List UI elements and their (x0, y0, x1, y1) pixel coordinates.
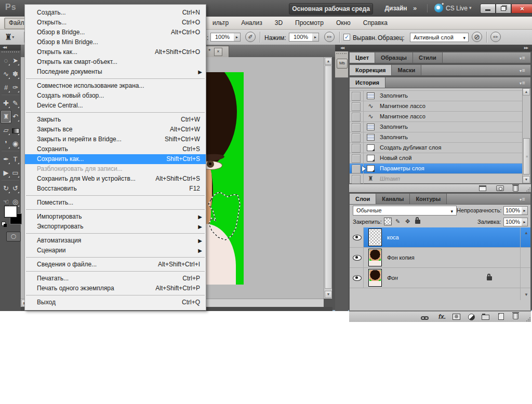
delete-state-icon[interactable] (513, 185, 518, 192)
scroll-down-icon[interactable]: ▼ (325, 291, 332, 298)
file-menu-item[interactable]: Сохранить для Web и устройств...Alt+Shif… (25, 174, 206, 184)
scroll-down-icon[interactable]: ▼ (523, 176, 530, 183)
history-snapshot-checkbox[interactable] (352, 113, 361, 122)
file-menu-item[interactable]: Закрыть всеAlt+Ctrl+W (25, 125, 206, 134)
history-brush-pointer-icon[interactable] (362, 166, 366, 171)
file-menu-item[interactable]: Создать...Ctrl+N (25, 8, 206, 18)
history-state-row[interactable]: ∿Магнитное лассо (350, 112, 530, 122)
history-snapshot-checkbox[interactable] (352, 175, 361, 184)
layer-fill-field[interactable]: 100% (503, 218, 522, 226)
panel-menu-icon[interactable]: ≡ (520, 68, 528, 74)
layer-style-icon[interactable]: fx. (438, 313, 446, 320)
file-menu-item[interactable]: ВосстановитьF12 (25, 184, 206, 194)
layer-name[interactable]: Фон копия (387, 254, 415, 261)
eye-icon[interactable] (353, 275, 362, 281)
layer-name[interactable]: Фон (387, 275, 398, 281)
menu-item-ильтр[interactable]: ильтр (206, 17, 235, 29)
blend-mode-dropdown[interactable]: Обычные ▾ (353, 206, 457, 216)
opacity-spinner[interactable]: ▸ (234, 33, 241, 42)
history-state-row[interactable]: Новый слой (350, 153, 530, 164)
file-menu-item[interactable]: Открыть...Ctrl+O (25, 18, 206, 28)
file-menu-item[interactable]: Обзор в Mini Bridge... (25, 37, 206, 47)
panel-tab-маски[interactable]: Маски (392, 65, 421, 75)
layer-visibility-cell[interactable] (350, 227, 364, 247)
panel-tab-коррекция[interactable]: Коррекция (350, 65, 392, 75)
file-menu-item[interactable]: Сохранить как...Shift+Ctrl+S (25, 154, 206, 164)
lock-position-icon[interactable]: ✥ (404, 218, 411, 225)
cs-live-icon[interactable]: ✦ (434, 4, 443, 12)
toolbar-collapse-icon[interactable]: ◀◀ (0, 45, 21, 50)
history-state-row[interactable]: ♜Штамп (350, 174, 530, 184)
workspace-overflow-chevron-icon[interactable]: » (413, 3, 417, 14)
delete-layer-icon[interactable] (513, 313, 518, 319)
shape-tool[interactable]: ▭ (11, 167, 20, 179)
opacity-field[interactable]: 100% (210, 33, 234, 42)
lock-transparency-icon[interactable] (384, 218, 392, 225)
3d-orbit-tool[interactable]: ↺ (11, 183, 20, 194)
menu-item-3d[interactable]: 3D (269, 17, 289, 29)
gradient-tool[interactable] (11, 125, 20, 136)
file-menu-item[interactable]: СохранитьCtrl+S (25, 144, 206, 154)
pen-pressure-flow-icon[interactable]: ✏ (324, 32, 335, 42)
panel-tab-контуры[interactable]: Контуры (410, 194, 447, 204)
file-menu-item[interactable]: Сведения о файле...Alt+Shift+Ctrl+I (25, 260, 206, 270)
resize-grip[interactable] (526, 317, 530, 321)
menu-item-анализ[interactable]: Анализ (235, 17, 269, 29)
blur-tool[interactable]: ❜ (2, 138, 10, 150)
history-snapshot-checkbox[interactable] (352, 123, 361, 132)
history-snapshot-checkbox[interactable] (352, 102, 361, 111)
quick-selection-tool[interactable]: ✽ (11, 69, 20, 80)
panel-tab-история[interactable]: История (350, 77, 385, 88)
move-tool[interactable]: ➤ (11, 55, 20, 66)
file-menu-item[interactable]: Экспортировать▶ (25, 222, 206, 232)
file-menu-item[interactable]: Открыть как смарт-объект... (25, 57, 206, 67)
clone-stamp-tool[interactable]: ♜ (1, 110, 11, 124)
new-document-from-state-icon[interactable] (479, 185, 486, 191)
new-adjustment-layer-icon[interactable] (468, 314, 475, 322)
history-state-row[interactable]: Заполнить (350, 132, 530, 143)
panel-tab-каналы[interactable]: Каналы (376, 194, 410, 204)
panel-menu-icon[interactable]: ≡ (520, 55, 528, 61)
scroll-up-icon[interactable]: ▲ (524, 231, 528, 235)
add-layer-mask-icon[interactable] (453, 314, 460, 321)
document-tab[interactable]: * × (205, 46, 229, 57)
foreground-color-swatch[interactable] (4, 206, 17, 218)
path-selection-tool[interactable]: ▶ (2, 167, 10, 179)
scroll-up-icon[interactable]: ▲ (523, 88, 530, 96)
aligned-checkbox[interactable]: ✓ (343, 34, 350, 41)
panel-tab-цвет[interactable]: Цвет (350, 52, 375, 63)
resize-grip[interactable] (526, 187, 530, 192)
eyedropper-tool[interactable]: ✑ (11, 82, 20, 93)
layer-row[interactable]: коса (350, 227, 530, 248)
layer-opacity-field[interactable]: 100% (503, 206, 522, 215)
menu-item-просмотр[interactable]: Просмотр (289, 17, 330, 29)
cs-live-button[interactable]: CS Live (446, 5, 468, 12)
eraser-tool[interactable]: ▱ (2, 125, 10, 136)
file-menu-item[interactable]: ВыходCtrl+Q (25, 298, 206, 307)
workspace-button-design[interactable]: Дизайн (381, 3, 411, 14)
vertical-scrollbar[interactable]: ▲ ▼ (324, 57, 332, 299)
default-colors-icon[interactable] (2, 222, 6, 226)
file-menu-item[interactable]: Сценарии▶ (25, 246, 206, 255)
history-brush-tool[interactable]: ↶ (11, 111, 20, 123)
brush-tool[interactable]: ✎ (11, 98, 20, 109)
history-state-row[interactable]: Параметры слоя (350, 164, 530, 174)
layer-row[interactable]: Фон копия (350, 248, 530, 268)
eye-icon[interactable] (353, 235, 362, 240)
flow-field[interactable]: 100% (289, 33, 313, 42)
history-snapshot-checkbox[interactable] (352, 154, 361, 163)
pen-pressure-size-icon[interactable]: ✏ (490, 32, 501, 42)
workspace-button-primary[interactable]: Основная рабочая среда (289, 3, 373, 15)
type-tool[interactable]: T (11, 154, 20, 165)
file-menu-item[interactable]: Открыть как...Alt+Shift+Ctrl+O (25, 47, 206, 57)
elliptical-marquee-tool[interactable]: ◌ (2, 55, 10, 66)
panel-menu-icon[interactable]: ≡ (520, 80, 528, 86)
lock-paint-icon[interactable]: ✎ (394, 218, 402, 225)
file-menu-item[interactable]: Закрыть и перейти в Bridge...Shift+Ctrl+… (25, 134, 206, 144)
file-menu-item[interactable]: Печатать...Ctrl+P (25, 274, 206, 284)
quick-mask-button[interactable]: ◯ (6, 232, 21, 241)
panel-tab-слои[interactable]: Слои (350, 194, 376, 204)
file-menu-item[interactable]: ЗакрытьCtrl+W (25, 115, 206, 125)
file-menu-item[interactable]: Последние документы▶ (25, 67, 206, 77)
layer-opacity-spinner[interactable]: ▸ (522, 206, 528, 215)
